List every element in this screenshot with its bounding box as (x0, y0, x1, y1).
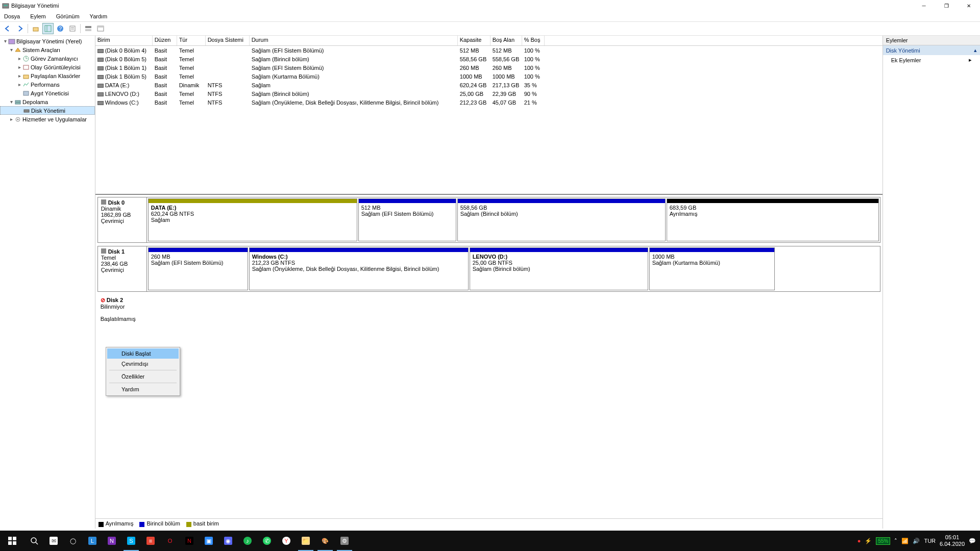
volume-row[interactable]: LENOVO (D:)BasitTemelNTFSSağlam (Birinci… (95, 89, 883, 98)
disk-label[interactable]: Disk 1Temel238,46 GBÇevrimiçi (98, 246, 147, 291)
maximize-button[interactable]: ❐ (935, 0, 958, 11)
search-icon[interactable] (24, 531, 44, 551)
tree-storage[interactable]: ▾Depolama (0, 97, 95, 106)
toolbar: ? (0, 21, 980, 36)
volume-row[interactable]: (Disk 1 Bölüm 5)BasitTemelSağlam (Kurtar… (95, 72, 883, 81)
onenote-icon[interactable]: N (102, 531, 121, 551)
tray-chevron-up-icon[interactable]: ˄ (894, 538, 897, 544)
partition[interactable]: 683,59 GBAyrılmamış (667, 198, 879, 241)
ctx-initialize-disk[interactable]: Diski Başlat (107, 348, 179, 359)
menu-action[interactable]: Eylem (28, 12, 48, 20)
tree-task-scheduler[interactable]: ▸Görev Zamanlayıcı (0, 54, 95, 63)
partition[interactable]: 558,56 GBSağlam (Birincil bölüm) (457, 198, 666, 241)
edge-icon[interactable]: ◯ (63, 531, 83, 551)
spotify-icon[interactable]: ♪ (238, 531, 257, 551)
view-bottom-button[interactable] (95, 23, 106, 34)
menu-help[interactable]: Yardım (88, 12, 110, 20)
whatsapp-icon[interactable]: ✆ (257, 531, 277, 551)
paint-icon[interactable]: 🎨 (315, 531, 335, 551)
actions-disk-management[interactable]: Disk Yönetimi▴ (883, 45, 980, 55)
col-capacity[interactable]: Kapasite (458, 36, 491, 45)
menu-view[interactable]: Görünüm (54, 12, 82, 20)
todoist-icon[interactable]: ≡ (141, 531, 160, 551)
disk-context-menu[interactable]: Diski Başlat Çevrimdışı Özellikler Yardı… (106, 347, 180, 396)
disk-label[interactable]: Disk 0Dinamik1862,89 GBÇevrimiçi (98, 197, 147, 242)
close-button[interactable]: ✕ (958, 0, 980, 11)
disk-row[interactable]: Disk 1Temel238,46 GBÇevrimiçi260 MBSağla… (97, 246, 880, 292)
col-status[interactable]: Durum (250, 36, 458, 45)
tree-event-viewer[interactable]: ▸Olay Görüntüleyicisi (0, 63, 95, 71)
partition[interactable]: Windows (C:)212,23 GB NTFSSağlam (Önyükl… (249, 247, 469, 290)
actions-more[interactable]: Ek Eylemler▸ (883, 55, 980, 65)
language-indicator[interactable]: TUR (924, 538, 936, 544)
disk-label[interactable]: ⊘ Disk 2BilinmiyorBaşlatılmamış (97, 295, 146, 331)
disk-row[interactable]: ⊘ Disk 2BilinmiyorBaşlatılmamış (97, 295, 880, 331)
volume-icon[interactable]: 🔊 (913, 538, 920, 544)
forward-button[interactable] (14, 23, 26, 34)
plug-icon[interactable]: ⚡ (865, 538, 872, 544)
volume-row[interactable]: (Disk 1 Bölüm 1)BasitTemelSağlam (EFI Si… (95, 63, 883, 72)
col-volume[interactable]: Birim (95, 36, 153, 45)
network-icon[interactable]: 📶 (901, 538, 909, 544)
yandex-icon[interactable]: Y (277, 531, 296, 551)
disk-row[interactable]: Disk 0Dinamik1862,89 GBÇevrimiçiDATA (E:… (97, 197, 880, 243)
properties-button[interactable] (67, 23, 78, 34)
tree-shared-folders[interactable]: ▸Paylaşılan Klasörler (0, 71, 95, 80)
tree-disk-management[interactable]: Disk Yönetimi (0, 106, 95, 115)
tree-services-apps[interactable]: ▸Hizmetler ve Uygulamalar (0, 115, 95, 123)
partition[interactable]: 512 MBSağlam (EFI Sistem Bölümü) (358, 198, 456, 241)
tree-system-tools[interactable]: ▾Sistem Araçları (0, 45, 95, 54)
volume-row[interactable]: (Disk 0 Bölüm 4)BasitTemelSağlam (EFI Si… (95, 46, 883, 55)
volume-row[interactable]: DATA (E:)BasitDinamikNTFSSağlam620,24 GB… (95, 81, 883, 89)
explorer-icon[interactable]: 📁 (296, 531, 315, 551)
partition[interactable]: 260 MBSağlam (EFI Sistem Bölümü) (148, 247, 248, 290)
volume-row[interactable]: (Disk 0 Bölüm 5)BasitTemelSağlam (Birinc… (95, 55, 883, 63)
notifications-icon[interactable]: 💬 (969, 538, 976, 544)
ctx-properties[interactable]: Özellikler (107, 371, 179, 382)
battery-indicator[interactable]: 55% (876, 537, 890, 545)
col-type[interactable]: Tür (177, 36, 206, 45)
col-layout[interactable]: Düzen (153, 36, 177, 45)
tree-root[interactable]: ▾Bilgisayar Yönetimi (Yerel) (0, 37, 95, 45)
zoom-icon[interactable]: ▣ (199, 531, 218, 551)
menu-bar: Dosya Eylem Görünüm Yardım (0, 11, 980, 21)
navigation-tree[interactable]: ▾Bilgisayar Yönetimi (Yerel) ▾Sistem Ara… (0, 36, 95, 529)
col-free[interactable]: Boş Alan (491, 36, 522, 45)
tray-app-icon[interactable]: ● (857, 538, 861, 544)
view-top-button[interactable] (83, 23, 94, 34)
partition[interactable]: 1000 MBSağlam (Kurtarma Bölümü) (649, 247, 775, 290)
back-button[interactable] (2, 23, 13, 34)
help-button[interactable]: ? (55, 23, 66, 34)
tree-device-manager[interactable]: Aygıt Yöneticisi (0, 89, 95, 97)
partition[interactable]: LENOVO (D:)25,00 GB NTFSSağlam (Birincil… (470, 247, 648, 290)
netflix-icon[interactable]: N (180, 531, 199, 551)
start-button[interactable] (0, 531, 24, 551)
app-l-icon[interactable]: L (83, 531, 102, 551)
svg-rect-21 (15, 101, 20, 102)
ctx-help[interactable]: Yardım (107, 384, 179, 394)
menu-file[interactable]: Dosya (2, 12, 22, 20)
partition[interactable]: DATA (E:)620,24 GB NTFSSağlam (148, 198, 357, 241)
system-tray[interactable]: ● ⚡ 55% ˄ 📶 🔊 TUR 05:01 6.04.2020 💬 (857, 534, 980, 547)
clock[interactable]: 05:01 6.04.2020 (940, 534, 965, 547)
minimize-button[interactable]: ─ (913, 0, 935, 11)
tree-performance[interactable]: ▸Performans (0, 80, 95, 89)
opera-icon[interactable]: O (160, 531, 180, 551)
actions-panel: Eylemler Disk Yönetimi▴ Ek Eylemler▸ (883, 36, 980, 529)
svg-rect-29 (13, 541, 16, 545)
ctx-offline[interactable]: Çevrimdışı (107, 359, 179, 369)
compmgmt-icon[interactable]: ⚙ (335, 531, 354, 551)
disk-graphical-view[interactable]: Disk 0Dinamik1862,89 GBÇevrimiçiDATA (E:… (95, 195, 883, 529)
col-filesystem[interactable]: Dosya Sistemi (206, 36, 250, 45)
volume-list-header[interactable]: Birim Düzen Tür Dosya Sistemi Durum Kapa… (95, 36, 883, 46)
col-pct-free[interactable]: % Boş (522, 36, 545, 45)
up-button[interactable] (30, 23, 41, 34)
show-tree-button[interactable] (42, 23, 54, 34)
volume-row[interactable]: Windows (C:)BasitTemelNTFSSağlam (Önyükl… (95, 98, 883, 107)
chevron-right-icon: ▸ (969, 57, 972, 63)
skype-icon[interactable]: S (121, 531, 141, 551)
taskbar[interactable]: ✉ ◯ L N S ≡ O N ▣ ◉ ♪ ✆ Y 📁 🎨 ⚙ ● ⚡ 55% … (0, 531, 980, 551)
volume-list[interactable]: Birim Düzen Tür Dosya Sistemi Durum Kapa… (95, 36, 883, 195)
discord-icon[interactable]: ◉ (218, 531, 238, 551)
mail-icon[interactable]: ✉ (44, 531, 63, 551)
